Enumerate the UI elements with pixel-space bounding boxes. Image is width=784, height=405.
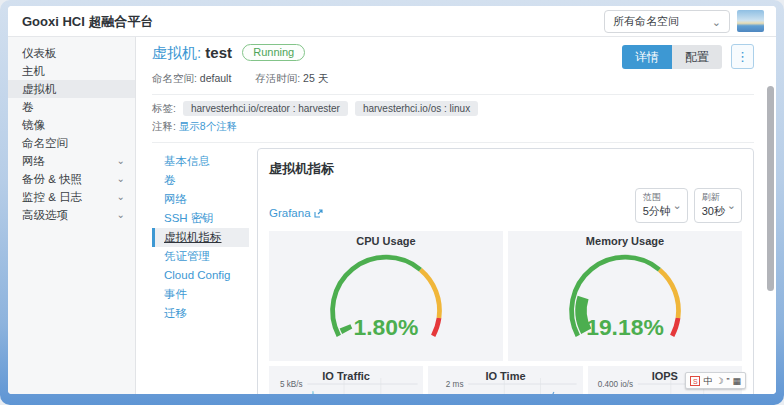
- age-label: 存活时间:: [255, 72, 300, 84]
- punctuation-icon[interactable]: ”: [726, 376, 729, 386]
- namespace-filter-select[interactable]: 所有命名空间 ⌄: [604, 10, 730, 33]
- app-title: Gooxi HCI 超融合平台: [22, 6, 153, 37]
- divider: [152, 94, 754, 95]
- show-annotations-link[interactable]: 显示8个注释: [179, 120, 237, 132]
- chinese-mode-icon[interactable]: 中: [703, 376, 712, 386]
- tab-migration[interactable]: 迁移: [152, 304, 249, 323]
- sogou-logo-icon[interactable]: S: [690, 376, 700, 386]
- sidebar-item-label: 高级选项: [22, 206, 68, 224]
- label-tag: harvesterhci.io/os : linux: [355, 101, 478, 116]
- tab-ssh-keys[interactable]: SSH 密钥: [152, 209, 249, 228]
- labels-row: 标签: harvesterhci.io/creator : harvesterh…: [152, 101, 754, 116]
- refresh-select[interactable]: 刷新 30秒 ⌄: [694, 188, 742, 223]
- gauge-cpu-usage: CPU Usage1.80%: [269, 231, 503, 361]
- sidebar-item-label: 网络: [22, 152, 45, 170]
- sidebar-item-backups[interactable]: 备份 & 快照⌄: [8, 170, 135, 188]
- gauge-svg: 19.18%: [508, 247, 742, 359]
- gauge-row: CPU Usage1.80%Memory Usage19.18%: [269, 231, 742, 361]
- chart-title: Memory Usage: [508, 235, 742, 247]
- external-link-icon: [314, 209, 323, 218]
- age-value: 25 天: [303, 72, 328, 84]
- main-content: 虚拟机: test Running 详情 配置 ⋮ 命名空间: default …: [137, 37, 776, 394]
- tab-volumes[interactable]: 卷: [152, 171, 249, 190]
- chevron-down-icon: ⌄: [673, 200, 682, 211]
- range-value: 5分钟: [643, 204, 671, 219]
- sidebar-item-label: 卷: [22, 98, 34, 116]
- sidebar-item-images[interactable]: 镜像: [8, 116, 135, 134]
- chevron-down-icon: ⌄: [117, 157, 125, 165]
- page-title: 虚拟机: test Running: [152, 44, 305, 63]
- chart-title: IO Time: [428, 370, 582, 382]
- chart-title: IO Traffic: [269, 370, 423, 382]
- app-header: Gooxi HCI 超融合平台 所有命名空间 ⌄: [8, 6, 776, 37]
- chevron-down-icon: ⌄: [727, 200, 736, 211]
- sidebar-item-label: 命名空间: [22, 134, 68, 152]
- sidebar-item-monitoring[interactable]: 监控 & 日志⌄: [8, 188, 135, 206]
- vm-detail-tabs: 基本信息卷网络SSH 密钥虚拟机指标凭证管理Cloud Config事件迁移: [152, 148, 249, 394]
- tab-metrics[interactable]: 虚拟机指标: [152, 228, 249, 247]
- tab-credentials[interactable]: 凭证管理: [152, 247, 249, 266]
- chart-io-traffic: IO Traffic5 kB/s4 kB/s3 kB/s: [269, 366, 423, 394]
- more-actions-button[interactable]: ⋮: [731, 44, 754, 69]
- sidebar-item-advanced[interactable]: 高级选项⌄: [8, 206, 135, 224]
- sidebar-item-networks[interactable]: 网络⌄: [8, 152, 135, 170]
- vm-header: 虚拟机: test Running 详情 配置 ⋮: [152, 44, 754, 69]
- chart-io-time: IO Time2 ms1.50 ms1 ms: [428, 366, 582, 394]
- ime-toolbar[interactable]: S中☽”▦: [685, 372, 746, 389]
- metrics-controls: 范围 5分钟 ⌄ 刷新 30秒 ⌄: [635, 188, 742, 223]
- svg-text:1.80%: 1.80%: [354, 314, 419, 340]
- chevron-down-icon: ⌄: [712, 17, 721, 27]
- range-select[interactable]: 范围 5分钟 ⌄: [635, 188, 688, 223]
- app-window: Gooxi HCI 超融合平台 所有命名空间 ⌄ 仪表板主机虚拟机卷镜像命名空间…: [8, 6, 776, 394]
- sidebar-item-label: 主机: [22, 62, 45, 80]
- metrics-title: 虚拟机指标: [269, 160, 742, 178]
- kebab-menu-icon: ⋮: [736, 49, 749, 64]
- metrics-card: 虚拟机指标 Grafana 范围 5分钟 ⌄: [257, 148, 754, 394]
- vm-name: test: [205, 44, 232, 61]
- sidebar-item-label: 虚拟机: [22, 80, 57, 98]
- sidebar-item-namespaces[interactable]: 命名空间: [8, 134, 135, 152]
- annotations-row: 注释: 显示8个注释: [152, 120, 754, 134]
- refresh-value: 30秒: [702, 204, 725, 219]
- metrics-toolbar: Grafana 范围 5分钟 ⌄ 刷: [269, 188, 742, 223]
- refresh-label: 刷新: [702, 191, 725, 204]
- chevron-down-icon: ⌄: [117, 211, 125, 219]
- sidebar-item-dashboard[interactable]: 仪表板: [8, 44, 135, 62]
- scrollbar-thumb[interactable]: [767, 86, 774, 291]
- sidebar-item-volumes[interactable]: 卷: [8, 98, 135, 116]
- window-frame: Gooxi HCI 超融合平台 所有命名空间 ⌄ 仪表板主机虚拟机卷镜像命名空间…: [0, 0, 784, 405]
- tab-events[interactable]: 事件: [152, 285, 249, 304]
- tab-cloud-config[interactable]: Cloud Config: [152, 266, 249, 285]
- chevron-down-icon: ⌄: [117, 193, 125, 201]
- sidebar-item-label: 备份 & 快照: [22, 170, 82, 188]
- keyboard-icon[interactable]: ▦: [732, 376, 741, 386]
- sidebar: 仪表板主机虚拟机卷镜像命名空间网络⌄备份 & 快照⌄监控 & 日志⌄高级选项⌄: [8, 37, 136, 394]
- details-button[interactable]: 详情: [622, 45, 672, 69]
- sidebar-item-label: 镜像: [22, 116, 45, 134]
- range-label: 范围: [643, 191, 671, 204]
- tab-networks[interactable]: 网络: [152, 190, 249, 209]
- svg-text:19.18%: 19.18%: [586, 314, 664, 340]
- namespace-filter-value: 所有命名空间: [613, 14, 679, 29]
- annotations-label: 注释:: [152, 120, 176, 132]
- namespace-value: default: [200, 72, 232, 84]
- namespace-label: 命名空间:: [152, 72, 197, 84]
- config-button[interactable]: 配置: [672, 45, 722, 69]
- grafana-link-label: Grafana: [269, 207, 311, 219]
- line-chart-row: IO Traffic5 kB/s4 kB/s3 kB/sIO Time2 ms1…: [269, 366, 742, 394]
- sidebar-item-vms[interactable]: 虚拟机: [8, 80, 135, 98]
- label-tag: harvesterhci.io/creator : harvester: [183, 101, 348, 116]
- tab-basics[interactable]: 基本信息: [152, 152, 249, 171]
- gauge-memory-usage: Memory Usage19.18%: [508, 231, 742, 361]
- half-width-moon-icon[interactable]: ☽: [715, 376, 723, 386]
- grafana-link[interactable]: Grafana: [269, 207, 323, 219]
- sidebar-item-hosts[interactable]: 主机: [8, 62, 135, 80]
- resource-type-label: 虚拟机:: [152, 44, 201, 61]
- tags-list: harvesterhci.io/creator : harvesterharve…: [176, 101, 478, 116]
- user-avatar[interactable]: [737, 10, 764, 32]
- status-badge: Running: [242, 44, 305, 61]
- vm-subtitle: 命名空间: default 存活时间: 25 天: [152, 72, 754, 86]
- tags-label: 标签:: [152, 102, 176, 116]
- gauge-svg: 1.80%: [269, 247, 503, 359]
- divider: [152, 142, 754, 143]
